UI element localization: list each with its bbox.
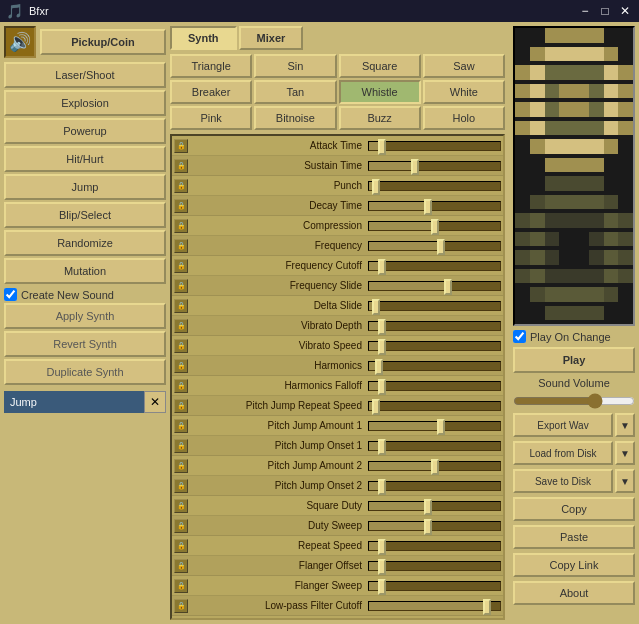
slider-lock-6[interactable]: 🔒: [174, 259, 188, 273]
tab-mixer[interactable]: Mixer: [239, 26, 304, 50]
slider-lock-0[interactable]: 🔒: [174, 139, 188, 153]
slider-lock-18[interactable]: 🔒: [174, 499, 188, 513]
slider-thumb-11[interactable]: [375, 359, 383, 375]
wave-bitnoise[interactable]: Bitnoise: [254, 106, 336, 130]
wave-triangle[interactable]: Triangle: [170, 54, 252, 78]
explosion-button[interactable]: Explosion: [4, 90, 166, 116]
slider-track-23[interactable]: [368, 601, 501, 611]
play-button[interactable]: Play: [513, 347, 635, 373]
slider-thumb-10[interactable]: [378, 339, 386, 355]
volume-slider[interactable]: [513, 393, 635, 409]
slider-track-8[interactable]: [368, 301, 501, 311]
slider-track-20[interactable]: [368, 541, 501, 551]
slider-track-10[interactable]: [368, 341, 501, 351]
load-from-disk-button[interactable]: Load from Disk: [513, 441, 613, 465]
laser-shoot-button[interactable]: Laser/Shoot: [4, 62, 166, 88]
slider-thumb-19[interactable]: [424, 519, 432, 535]
slider-thumb-3[interactable]: [424, 199, 432, 215]
slider-lock-4[interactable]: 🔒: [174, 219, 188, 233]
slider-thumb-4[interactable]: [431, 219, 439, 235]
slider-thumb-23[interactable]: [483, 599, 491, 615]
slider-thumb-7[interactable]: [444, 279, 452, 295]
powerup-button[interactable]: Powerup: [4, 118, 166, 144]
slider-thumb-20[interactable]: [378, 539, 386, 555]
revert-synth-button[interactable]: Revert Synth: [4, 331, 166, 357]
slider-thumb-16[interactable]: [431, 459, 439, 475]
slider-thumb-22[interactable]: [378, 579, 386, 595]
slider-thumb-6[interactable]: [378, 259, 386, 275]
close-button[interactable]: ✕: [617, 3, 633, 19]
slider-track-1[interactable]: [368, 161, 501, 171]
slider-thumb-13[interactable]: [372, 399, 380, 415]
slider-lock-8[interactable]: 🔒: [174, 299, 188, 313]
create-new-sound-checkbox[interactable]: [4, 288, 17, 301]
pickup-coin-button[interactable]: Pickup/Coin: [40, 29, 166, 55]
wave-breaker[interactable]: Breaker: [170, 80, 252, 104]
slider-thumb-5[interactable]: [437, 239, 445, 255]
sliders-container[interactable]: 🔒Attack Time🔒Sustain Time🔒Punch🔒Decay Ti…: [170, 134, 505, 620]
wave-square[interactable]: Square: [339, 54, 421, 78]
wave-white[interactable]: White: [423, 80, 505, 104]
minimize-button[interactable]: −: [577, 3, 593, 19]
slider-thumb-14[interactable]: [437, 419, 445, 435]
slider-track-22[interactable]: [368, 581, 501, 591]
slider-thumb-17[interactable]: [378, 479, 386, 495]
save-disk-dropdown[interactable]: ▼: [615, 469, 635, 493]
slider-lock-9[interactable]: 🔒: [174, 319, 188, 333]
slider-track-5[interactable]: [368, 241, 501, 251]
slider-thumb-15[interactable]: [378, 439, 386, 455]
slider-track-7[interactable]: [368, 281, 501, 291]
tag-close-button[interactable]: ✕: [144, 391, 166, 413]
wave-pink[interactable]: Pink: [170, 106, 252, 130]
slider-thumb-12[interactable]: [378, 379, 386, 395]
mutation-button[interactable]: Mutation: [4, 258, 166, 284]
slider-lock-20[interactable]: 🔒: [174, 539, 188, 553]
slider-track-19[interactable]: [368, 521, 501, 531]
wave-holo[interactable]: Holo: [423, 106, 505, 130]
slider-lock-2[interactable]: 🔒: [174, 179, 188, 193]
slider-thumb-18[interactable]: [424, 499, 432, 515]
slider-lock-13[interactable]: 🔒: [174, 399, 188, 413]
about-button[interactable]: About: [513, 581, 635, 605]
slider-lock-1[interactable]: 🔒: [174, 159, 188, 173]
apply-synth-button[interactable]: Apply Synth: [4, 303, 166, 329]
slider-track-6[interactable]: [368, 261, 501, 271]
slider-track-12[interactable]: [368, 381, 501, 391]
slider-lock-11[interactable]: 🔒: [174, 359, 188, 373]
slider-track-17[interactable]: [368, 481, 501, 491]
slider-lock-3[interactable]: 🔒: [174, 199, 188, 213]
slider-thumb-2[interactable]: [372, 179, 380, 195]
copy-button[interactable]: Copy: [513, 497, 635, 521]
slider-track-21[interactable]: [368, 561, 501, 571]
paste-button[interactable]: Paste: [513, 525, 635, 549]
slider-track-2[interactable]: [368, 181, 501, 191]
slider-track-9[interactable]: [368, 321, 501, 331]
wave-buzz[interactable]: Buzz: [339, 106, 421, 130]
slider-track-16[interactable]: [368, 461, 501, 471]
slider-thumb-0[interactable]: [378, 139, 386, 155]
slider-track-0[interactable]: [368, 141, 501, 151]
slider-track-3[interactable]: [368, 201, 501, 211]
slider-lock-21[interactable]: 🔒: [174, 559, 188, 573]
slider-track-18[interactable]: [368, 501, 501, 511]
slider-thumb-1[interactable]: [411, 159, 419, 175]
tab-synth[interactable]: Synth: [170, 26, 237, 50]
maximize-button[interactable]: □: [597, 3, 613, 19]
slider-thumb-8[interactable]: [372, 299, 380, 315]
export-wav-dropdown[interactable]: ▼: [615, 413, 635, 437]
slider-lock-10[interactable]: 🔒: [174, 339, 188, 353]
slider-track-15[interactable]: [368, 441, 501, 451]
save-to-disk-button[interactable]: Save to Disk: [513, 469, 613, 493]
slider-lock-23[interactable]: 🔒: [174, 599, 188, 613]
slider-thumb-21[interactable]: [378, 559, 386, 575]
wave-sin[interactable]: Sin: [254, 54, 336, 78]
slider-lock-12[interactable]: 🔒: [174, 379, 188, 393]
wave-tan[interactable]: Tan: [254, 80, 336, 104]
wave-whistle[interactable]: Whistle: [339, 80, 421, 104]
blip-select-button[interactable]: Blip/Select: [4, 202, 166, 228]
jump-button[interactable]: Jump: [4, 174, 166, 200]
slider-lock-5[interactable]: 🔒: [174, 239, 188, 253]
slider-lock-15[interactable]: 🔒: [174, 439, 188, 453]
duplicate-synth-button[interactable]: Duplicate Synth: [4, 359, 166, 385]
slider-track-11[interactable]: [368, 361, 501, 371]
